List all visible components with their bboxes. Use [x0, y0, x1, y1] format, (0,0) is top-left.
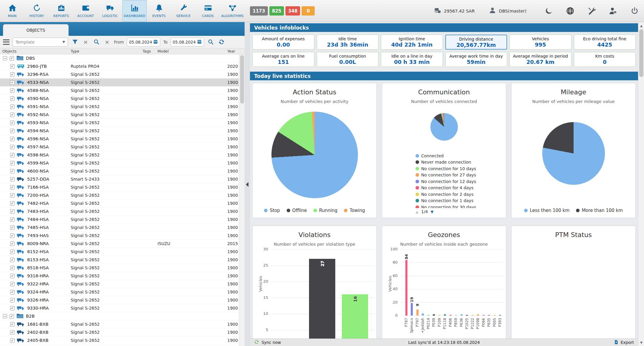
legend-item[interactable]: No connection for 1 days: [416, 198, 476, 204]
infoblock-km-costs[interactable]: Km costs0: [574, 52, 636, 67]
calendar-icon[interactable]: [197, 39, 202, 45]
row-checkbox[interactable]: ✓: [10, 88, 15, 93]
scroll-down-icon[interactable]: ▼: [638, 339, 644, 345]
refresh-icon[interactable]: [218, 38, 226, 46]
column-header-objects[interactable]: Objects: [2, 49, 16, 53]
object-row-4533-nsa[interactable]: ✓ 4533-NSA Signal S-2652 1900: [0, 79, 239, 87]
clear-search-icon[interactable]: ×: [103, 38, 111, 46]
object-row-7200-hsa[interactable]: ✓ 7200-HSA Signal S-2652 1900: [0, 191, 239, 199]
bar[interactable]: [450, 315, 452, 316]
object-row-4600-nsa[interactable]: ✓ 4600-NSA Signal S-2652 1900: [0, 167, 239, 175]
legend-item[interactable]: No connection for 27 days: [416, 172, 476, 179]
legend-item[interactable]: More than 100 km: [576, 208, 623, 213]
group-checkbox[interactable]: ✓: [10, 56, 14, 61]
bar[interactable]: [444, 314, 446, 316]
collapse-icon[interactable]: −: [3, 56, 7, 60]
row-checkbox[interactable]: ✓: [10, 338, 15, 343]
row-checkbox[interactable]: ✓: [10, 145, 15, 149]
object-row-4594-nsa[interactable]: ✓ 4594-NSA Signal S-2652 1900: [0, 127, 239, 135]
nav-reports[interactable]: REPORTS: [49, 0, 73, 22]
row-checkbox[interactable]: ✓: [10, 121, 15, 125]
status-badge[interactable]: 0: [302, 6, 315, 16]
column-header-type[interactable]: Type: [71, 49, 79, 53]
infoblock-fuel-consumption[interactable]: Fuel consumption0.00L: [317, 52, 379, 67]
row-checkbox[interactable]: ✓: [10, 201, 15, 206]
object-row-4588-nsa[interactable]: ✓ 4588-NSA Signal S-2652 1900: [0, 87, 239, 95]
calendar-icon[interactable]: [153, 39, 158, 45]
collapse-panel-icon[interactable]: [246, 182, 248, 187]
infoblock-eco-driving-total-fine[interactable]: Eco driving total fine4425: [574, 35, 636, 50]
main-scrollbar[interactable]: ▲ ▼: [638, 22, 644, 346]
legend-item[interactable]: No connection for 12 days: [416, 178, 476, 185]
row-checkbox[interactable]: ✓: [10, 104, 15, 109]
bar[interactable]: [466, 315, 468, 316]
bar[interactable]: [483, 315, 485, 316]
nav-history[interactable]: HISTORY: [24, 0, 49, 22]
object-row-9326-hra[interactable]: ✓ 9326-HRA Signal S-2652 1900: [0, 296, 239, 304]
row-checkbox[interactable]: ✓: [10, 282, 15, 286]
object-row-4596-nsa[interactable]: ✓ 4596-NSA Signal S-2652 1900: [0, 135, 239, 143]
row-checkbox[interactable]: ✓: [10, 161, 15, 165]
row-checkbox[interactable]: ✓: [10, 258, 15, 262]
object-row-7493-has[interactable]: ✓ 7493-HAS Signal S-2652 1900: [0, 232, 239, 240]
row-checkbox[interactable]: ✓: [10, 330, 15, 335]
legend-item[interactable]: Running: [313, 208, 337, 213]
object-row-4591-nsa[interactable]: ✓ 4591-NSA Signal S-2652 1900: [0, 103, 239, 111]
row-checkbox[interactable]: ✓: [10, 306, 15, 310]
nav-cards[interactable]: CARDS: [196, 0, 220, 22]
sidebar-scrollbar-thumb[interactable]: [240, 55, 244, 104]
legend-item[interactable]: No connection for 2 days: [416, 191, 476, 198]
collapse-icon[interactable]: −: [3, 314, 7, 318]
object-row-2960-jtb[interactable]: ✓ 2960-JTB Ruptela PRO4 2020: [0, 62, 239, 70]
row-checkbox[interactable]: ✓: [10, 322, 15, 327]
object-row-2405-bxb[interactable]: ✓ 2405-BXB Signal S-2652 1900: [0, 336, 239, 345]
object-row-7484-hsa[interactable]: ✓ 7484-HSA Signal S-2652 1900: [0, 216, 239, 224]
nav-main[interactable]: MAIN: [0, 0, 24, 22]
date-to-input[interactable]: 05.08.2024: [171, 38, 204, 47]
search-icon[interactable]: [92, 38, 100, 46]
usergear-icon[interactable]: [609, 7, 618, 16]
pie-communication[interactable]: [430, 113, 458, 141]
object-row-3296-rsa[interactable]: ✓ 3296-RSA Signal S-2652 1900: [0, 70, 239, 79]
bar[interactable]: [472, 315, 474, 316]
nav-algorithms[interactable]: ALGORITHMS: [220, 0, 245, 22]
object-row-9322-hra[interactable]: ✓ 9322-HRA Signal S-2652 1900: [0, 280, 239, 288]
row-checkbox[interactable]: ✓: [10, 242, 15, 246]
sidebar-scrollbar[interactable]: [239, 54, 245, 346]
bar[interactable]: [422, 313, 424, 316]
infoblock-ignition-time[interactable]: Ignition time40d 22h 1min: [381, 35, 443, 50]
row-checkbox[interactable]: ✓: [10, 193, 15, 198]
object-row-5257-dda[interactable]: ✓ 5257-DDA Smart S-2433 1900: [0, 175, 239, 183]
object-row-4597-nsa[interactable]: ✓ 4597-NSA Signal S-2652 1900: [0, 143, 239, 151]
row-checkbox[interactable]: ✓: [10, 185, 15, 190]
tools-icon[interactable]: [587, 7, 596, 16]
group-row-dbs[interactable]: − ✓ DBS: [0, 54, 239, 62]
legend-item[interactable]: Never made connection: [416, 159, 476, 166]
legend-item[interactable]: No connection for 30 days: [416, 204, 476, 208]
row-checkbox[interactable]: ✓: [10, 137, 15, 141]
nav-events[interactable]: EVENTS: [147, 0, 171, 22]
object-row-9330-hra[interactable]: ✓ 9330-HRA Signal S-2652 1900: [0, 304, 239, 312]
group-checkbox[interactable]: ✓: [10, 314, 14, 319]
pie-action-status[interactable]: [271, 112, 358, 198]
main-scrollbar-thumb[interactable]: [639, 29, 643, 77]
panel-splitter[interactable]: [245, 22, 250, 346]
sync-now-button[interactable]: Sync now: [254, 339, 281, 345]
infoblock-amount-of-expenses[interactable]: Amount of expenses0.00: [252, 35, 314, 50]
object-row-7483-hsa[interactable]: ✓ 7483-HSA Signal S-2652 1900: [0, 207, 239, 216]
menu-icon[interactable]: [3, 39, 10, 45]
legend-prev-icon[interactable]: ▲: [416, 210, 418, 214]
infoblock-average-mileage-in-period[interactable]: Average mileage in period20.67 km: [509, 52, 572, 67]
status-badge[interactable]: 348: [285, 6, 300, 16]
object-row-9324-hra[interactable]: ✓ 9324-HRA Signal S-2652 1900: [0, 288, 239, 296]
row-checkbox[interactable]: ✓: [10, 80, 15, 85]
bar[interactable]: [433, 314, 435, 316]
row-checkbox[interactable]: ✓: [10, 72, 15, 77]
object-row-7166-hsa[interactable]: ✓ 7166-HSA Signal S-2652 1900: [0, 183, 239, 191]
row-checkbox[interactable]: ✓: [10, 169, 15, 173]
row-checkbox[interactable]: ✓: [10, 250, 15, 254]
tab-objects[interactable]: OBJECTS: [3, 24, 69, 36]
bar[interactable]: [499, 315, 501, 316]
row-checkbox[interactable]: ✓: [10, 153, 15, 157]
nav-dashboard[interactable]: DASHBOARD: [122, 0, 147, 22]
